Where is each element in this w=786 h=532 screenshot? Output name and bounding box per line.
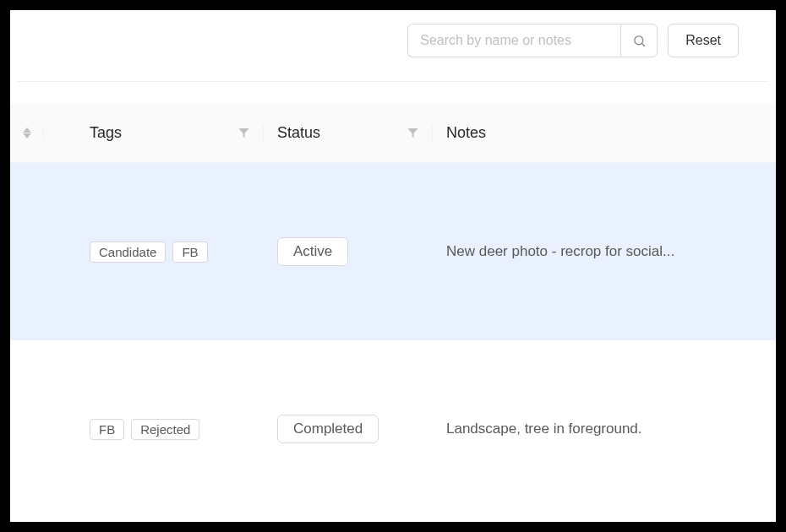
column-header-tags[interactable]: Tags — [44, 124, 264, 142]
column-label: Status — [277, 124, 320, 142]
toolbar: Reset — [10, 10, 776, 71]
svg-line-1 — [641, 43, 645, 46]
search-button[interactable] — [620, 24, 658, 57]
reset-button[interactable]: Reset — [668, 24, 739, 57]
sort-icon — [23, 128, 31, 138]
column-header-status[interactable]: Status — [264, 124, 433, 142]
cell-notes: Landscape, tree in foreground. — [433, 421, 776, 437]
table: Tags Status Notes Candidate FB — [10, 104, 776, 518]
divider — [17, 81, 769, 82]
search-group — [407, 24, 658, 57]
tag[interactable]: Candidate — [90, 242, 166, 263]
status-badge[interactable]: Completed — [277, 415, 379, 443]
column-sort[interactable] — [10, 128, 44, 138]
cell-status: Active — [264, 237, 433, 266]
search-input[interactable] — [407, 24, 620, 57]
cell-notes: New deer photo - recrop for social... — [433, 243, 776, 260]
column-label: Notes — [446, 124, 486, 142]
tag[interactable]: FB — [90, 419, 124, 440]
tag[interactable]: Rejected — [131, 419, 199, 440]
cell-tags: Candidate FB — [44, 242, 264, 263]
column-label: Tags — [90, 124, 122, 142]
search-icon — [632, 34, 647, 48]
status-badge[interactable]: Active — [277, 237, 348, 266]
cell-status: Completed — [264, 415, 433, 443]
table-header: Tags Status Notes — [10, 104, 776, 163]
filter-icon — [407, 128, 418, 138]
filter-icon — [238, 128, 249, 138]
tag[interactable]: FB — [172, 242, 207, 263]
table-row[interactable]: FB Rejected Completed Landscape, tree in… — [10, 340, 776, 518]
table-row[interactable]: Candidate FB Active New deer photo - rec… — [10, 163, 776, 340]
column-header-notes[interactable]: Notes — [433, 124, 776, 142]
cell-tags: FB Rejected — [44, 419, 264, 440]
svg-point-0 — [635, 35, 643, 44]
